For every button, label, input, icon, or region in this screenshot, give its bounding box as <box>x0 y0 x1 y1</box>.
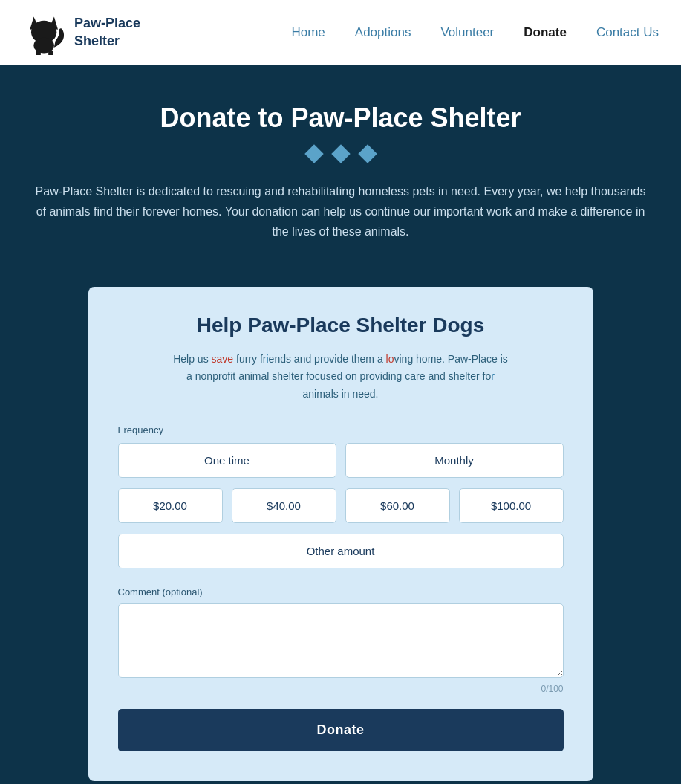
nav-adoptions[interactable]: Adoptions <box>355 25 411 40</box>
diamond-icon-3 <box>358 144 377 163</box>
navbar: Paw-Place Shelter Home Adoptions Volunte… <box>0 0 681 65</box>
hero-section: Donate to Paw-Place Shelter Paw-Place Sh… <box>0 65 681 265</box>
diamond-icon-2 <box>331 144 350 163</box>
one-time-button[interactable]: One time <box>118 443 336 478</box>
hero-title: Donate to Paw-Place Shelter <box>30 103 651 134</box>
hero-description: Paw-Place Shelter is dedicated to rescui… <box>30 181 651 242</box>
amount-20-button[interactable]: $20.00 <box>118 488 223 523</box>
diamond-icon-1 <box>304 144 323 163</box>
subtitle-rest: animals in need. <box>303 388 379 400</box>
svg-rect-4 <box>36 50 41 55</box>
amount-40-button[interactable]: $40.00 <box>232 488 336 523</box>
nav-links: Home Adoptions Volunteer Donate Contact … <box>291 25 659 40</box>
subtitle-help: Help us <box>173 353 211 365</box>
nav-volunteer[interactable]: Volunteer <box>440 25 494 40</box>
logo-area: Paw-Place Shelter <box>22 10 140 55</box>
nav-home[interactable]: Home <box>291 25 325 40</box>
donation-form-card: Help Paw-Place Shelter Dogs Help us save… <box>88 287 593 781</box>
nav-contact[interactable]: Contact Us <box>596 25 659 40</box>
nav-donate[interactable]: Donate <box>524 25 567 40</box>
hero-decorations <box>30 147 651 161</box>
frequency-row: One time Monthly <box>118 443 564 478</box>
frequency-label: Frequency <box>118 424 564 435</box>
comment-label: Comment (optional) <box>118 586 564 597</box>
amount-60-button[interactable]: $60.00 <box>345 488 450 523</box>
subtitle-r: r <box>491 370 495 382</box>
svg-rect-5 <box>48 50 53 55</box>
subtitle-furry: furry fr <box>233 353 266 365</box>
donate-button[interactable]: Donate <box>118 709 564 751</box>
other-amount-button[interactable]: Other amount <box>118 534 564 568</box>
comment-textarea[interactable] <box>118 603 564 678</box>
amount-100-button[interactable]: $100.00 <box>459 488 564 523</box>
form-card-wrapper: Help Paw-Place Shelter Dogs Help us save… <box>0 265 681 784</box>
cat-logo-icon <box>22 10 67 55</box>
form-subtitle: Help us save furry friends and provide t… <box>118 351 564 404</box>
subtitle-save: save <box>212 353 234 365</box>
monthly-button[interactable]: Monthly <box>345 443 564 478</box>
comment-count: 0/100 <box>118 684 564 694</box>
logo-text: Paw-Place Shelter <box>74 15 140 50</box>
amount-row: $20.00 $40.00 $60.00 $100.00 <box>118 488 564 523</box>
subtitle-ends: ends and provide them a <box>269 353 386 365</box>
subtitle-loving: lo <box>386 353 394 365</box>
form-card-title: Help Paw-Place Shelter Dogs <box>118 314 564 337</box>
